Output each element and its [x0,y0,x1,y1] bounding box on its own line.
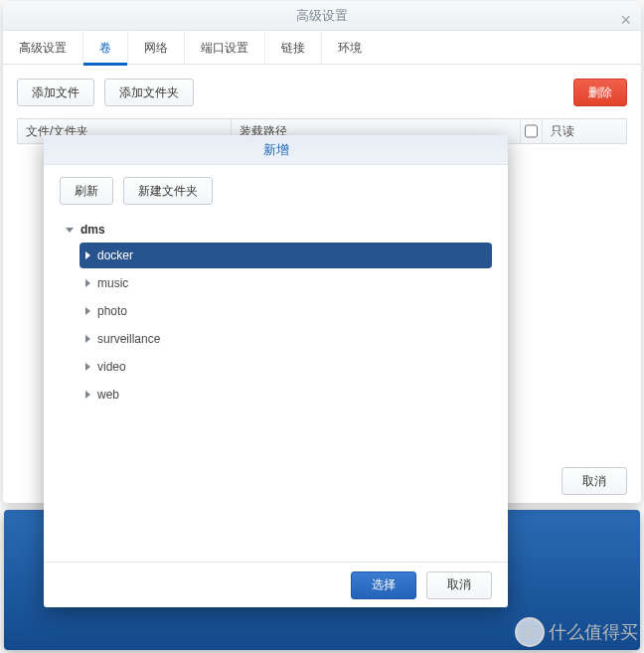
chevron-right-icon [85,391,90,399]
select-all-checkbox[interactable] [525,124,538,138]
chevron-right-icon [85,335,90,343]
dialog-footer: 选择 取消 [44,562,508,607]
column-checkbox[interactable] [521,119,543,143]
volume-toolbar: 添加文件 添加文件夹 删除 [17,79,627,106]
spacer [204,79,564,106]
chevron-right-icon [85,363,90,371]
tree-item-label: web [97,388,119,402]
tab-volume[interactable]: 卷 [83,31,128,65]
chevron-right-icon [85,307,90,315]
add-folder-button[interactable]: 添加文件夹 [104,79,194,106]
tabs: 高级设置 卷 网络 端口设置 链接 环境 [3,31,641,65]
chevron-right-icon [85,279,90,287]
chevron-right-icon [85,251,90,259]
tree-item-music[interactable]: music [80,270,492,296]
tree-root[interactable]: dms [60,217,492,243]
chevron-down-icon [66,228,74,233]
tree-item-label: docker [97,248,133,262]
tab-network[interactable]: 网络 [128,31,185,65]
window-body: 添加文件 添加文件夹 删除 文件/文件夹 装载路径 只读 [3,65,641,144]
tab-advanced[interactable]: 高级设置 [3,31,83,65]
window-title: 高级设置 [296,8,348,23]
tree-item-label: music [97,276,128,290]
tree-item-label: surveillance [97,332,160,346]
tree-item-label: video [97,360,126,374]
refresh-button[interactable]: 刷新 [60,177,113,205]
tab-ports[interactable]: 端口设置 [185,31,265,65]
folder-tree: dms docker music photo surveillance [60,217,492,558]
tree-item-web[interactable]: web [80,382,492,408]
tree-root-label: dms [80,223,105,237]
new-folder-button[interactable]: 新建文件夹 [123,177,213,205]
tree-children: docker music photo surveillance video [60,243,492,408]
dialog-body: 刷新 新建文件夹 dms docker music photo [44,165,508,562]
add-file-button[interactable]: 添加文件 [17,79,94,106]
close-icon[interactable]: × [620,5,631,35]
select-button[interactable]: 选择 [351,571,416,599]
tree-item-video[interactable]: video [80,354,492,380]
main-cancel-button[interactable]: 取消 [562,467,627,495]
tab-env[interactable]: 环境 [322,31,378,65]
dialog-toolbar: 刷新 新建文件夹 [60,177,492,205]
tab-links[interactable]: 链接 [265,31,322,65]
window-titlebar: 高级设置 × [3,1,641,31]
column-readonly[interactable]: 只读 [543,119,626,143]
tree-item-photo[interactable]: photo [80,298,492,324]
dialog-title: 新增 [44,135,508,165]
delete-button[interactable]: 删除 [573,79,627,106]
folder-browser-dialog: 新增 刷新 新建文件夹 dms docker music [44,135,508,607]
cancel-button[interactable]: 取消 [426,571,492,599]
tree-item-docker[interactable]: docker [80,243,492,268]
tree-item-label: photo [97,304,127,318]
tree-item-surveillance[interactable]: surveillance [80,326,492,352]
